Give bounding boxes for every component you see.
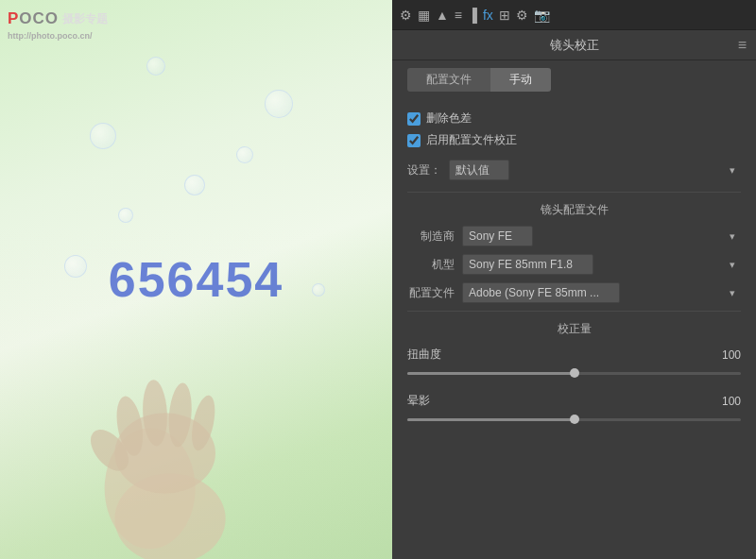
tool-icon-3[interactable]: ▲	[436, 8, 449, 23]
tab-manual[interactable]: 手动	[490, 68, 551, 92]
watermark-url: http://photo.poco.cn/	[8, 30, 108, 42]
panel-header: 镜头校正 ≡	[392, 30, 756, 60]
manufacturer-row: 制造商 Sony FECanonNikon	[407, 226, 741, 246]
watermark-top: POCO 摄影专题 http://photo.poco.cn/	[8, 8, 108, 42]
profile-select[interactable]: Adobe (Sony FE 85mm ...	[462, 282, 620, 303]
settings-label: 设置：	[407, 162, 441, 178]
vignette-section: 晕影 100	[407, 393, 741, 426]
toolbar: ⚙ ▦ ▲ ≡ ▐ fx ⊞ ⚙ 📷	[392, 0, 756, 30]
manufacturer-select-wrapper: Sony FECanonNikon	[462, 226, 741, 246]
model-select-wrapper: Sony FE 85mm F1.8	[462, 254, 741, 275]
tool-icon-7[interactable]: ⚙	[516, 8, 528, 23]
vignette-value: 100	[713, 395, 741, 408]
panel-title: 镜头校正	[550, 37, 599, 54]
watermark-number: 656454	[109, 251, 284, 308]
model-label: 机型	[407, 257, 455, 273]
settings-select[interactable]: 默认值自定义	[449, 160, 509, 180]
vignette-slider-track-wrapper	[407, 413, 741, 426]
tool-icon-fx[interactable]: fx	[483, 8, 493, 23]
vignette-label: 晕影	[407, 393, 430, 409]
tool-icon-2[interactable]: ▦	[418, 8, 430, 23]
photo-panel: POCO 摄影专题 http://photo.poco.cn/ 656454	[0, 0, 392, 559]
bubble-5	[118, 208, 133, 223]
vignette-header: 晕影 100	[407, 393, 741, 409]
checkbox-remove-ca: 删除色差	[407, 110, 741, 127]
checkbox-remove-ca-input[interactable]	[407, 112, 421, 126]
panel-content: 删除色差 启用配置文件校正 设置： 默认值自定义 镜头配置文件 制造商 Sony…	[392, 99, 756, 559]
profile-label: 配置文件	[407, 285, 455, 301]
divider-2	[407, 311, 741, 312]
distortion-label: 扭曲度	[407, 347, 441, 363]
tool-icon-4[interactable]: ≡	[455, 8, 462, 23]
right-panel: ⚙ ▦ ▲ ≡ ▐ fx ⊞ ⚙ 📷 镜头校正 ≡ 配置文件 手动 删除色差 启…	[392, 0, 756, 559]
checkbox-remove-ca-label: 删除色差	[426, 110, 472, 127]
tabs-row: 配置文件 手动	[392, 60, 756, 99]
distortion-header: 扭曲度 100	[407, 347, 741, 363]
checkbox-use-profile: 启用配置文件校正	[407, 132, 741, 148]
checkbox-use-profile-input[interactable]	[407, 134, 421, 147]
distortion-section: 扭曲度 100	[407, 347, 741, 380]
checkbox-use-profile-label: 启用配置文件校正	[426, 132, 517, 148]
tool-icon-8[interactable]: 📷	[534, 8, 550, 23]
panel-menu-icon[interactable]: ≡	[738, 37, 747, 54]
lens-profile-section-title: 镜头配置文件	[407, 202, 741, 218]
poco-logo: POCO 摄影专题 http://photo.poco.cn/	[8, 8, 108, 42]
divider-1	[407, 192, 741, 193]
bubble-2	[184, 175, 205, 195]
correction-section-title: 校正量	[407, 321, 741, 337]
tool-icon-6[interactable]: ⊞	[499, 8, 510, 23]
model-row: 机型 Sony FE 85mm F1.8	[407, 254, 741, 275]
profile-select-wrapper: Adobe (Sony FE 85mm ...	[462, 282, 741, 303]
model-select[interactable]: Sony FE 85mm F1.8	[462, 254, 593, 275]
bubble-4	[265, 90, 293, 118]
tool-icon-5[interactable]: ▐	[468, 8, 477, 23]
settings-select-wrapper: 默认值自定义	[449, 160, 741, 180]
settings-row: 设置： 默认值自定义	[407, 160, 741, 180]
distortion-slider-track-wrapper	[407, 366, 741, 380]
manufacturer-label: 制造商	[407, 229, 455, 245]
manufacturer-select[interactable]: Sony FECanonNikon	[462, 226, 533, 246]
bubble-1	[90, 123, 116, 149]
profile-row: 配置文件 Adobe (Sony FE 85mm ...	[407, 282, 741, 303]
bubble-3	[236, 146, 253, 163]
tool-icon-1[interactable]: ⚙	[400, 8, 412, 23]
distortion-value: 100	[713, 348, 741, 362]
bubble-7	[146, 57, 165, 76]
tab-profile[interactable]: 配置文件	[407, 68, 490, 92]
